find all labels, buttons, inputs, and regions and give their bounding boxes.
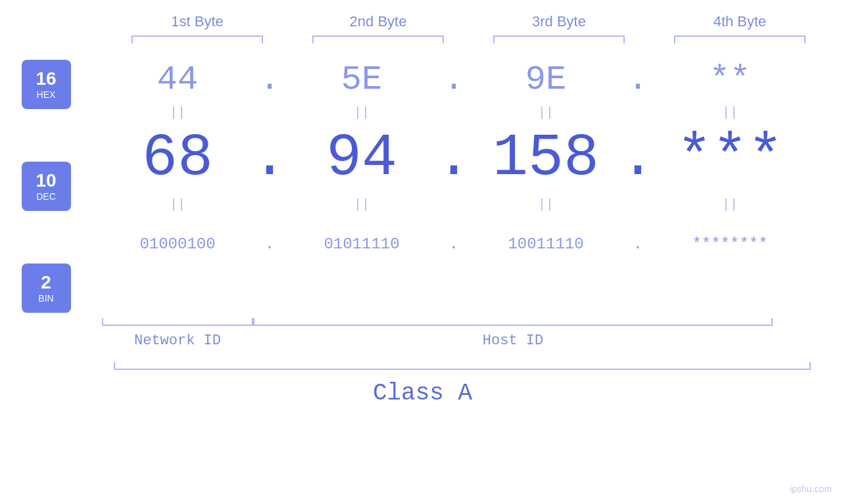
byte2-label: 2nd Byte [312, 13, 444, 30]
bracket-4 [674, 35, 806, 43]
dec-sep3: . [625, 125, 651, 192]
byte4-label: 4th Byte [674, 13, 806, 30]
dec-values-row: 68 . 94 . 158 . *** [92, 126, 815, 191]
main-container: 1st Byte 2nd Byte 3rd Byte 4th Byte 16 H… [0, 0, 845, 504]
dec-badge: 10 DEC [22, 162, 71, 211]
hex-badge: 16 HEX [22, 60, 71, 109]
dec-b3: 158 [480, 125, 612, 192]
class-label: Class A [373, 380, 472, 407]
bin-badge-number: 2 [41, 273, 51, 293]
class-label-container: Class A [0, 380, 845, 407]
hex-badge-label: HEX [37, 89, 56, 100]
eq2-b4: || [664, 197, 796, 212]
bin-badge: 2 BIN [22, 263, 71, 313]
network-id-label: Network ID [102, 332, 253, 349]
hex-badge-number: 16 [36, 69, 56, 89]
bracket-3 [493, 35, 625, 43]
host-bracket [253, 318, 773, 326]
bracket-1 [132, 35, 263, 43]
content-wrapper: 16 HEX 10 DEC 2 BIN 44 . [0, 47, 845, 313]
hex-b4: ** [664, 60, 796, 99]
eq2-b1: || [112, 197, 243, 212]
badges-column: 16 HEX 10 DEC 2 BIN [0, 47, 92, 313]
bin-b1: 01000100 [112, 235, 243, 253]
byte3-label: 3rd Byte [493, 13, 625, 30]
eq1-b1: || [112, 105, 243, 120]
bin-sep3: . [625, 235, 651, 253]
network-bracket [102, 318, 253, 326]
bracket-2 [312, 35, 444, 43]
eq2-b3: || [480, 197, 612, 212]
hex-b1: 44 [112, 60, 243, 99]
values-area: 44 . 5E . 9E . ** [92, 47, 845, 313]
eq1-b3: || [480, 105, 612, 120]
dec-sep1: . [256, 125, 283, 192]
dec-b2: 94 [296, 125, 427, 192]
bin-sep1: . [256, 235, 283, 253]
bin-values-row: 01000100 . 01011110 . 10011110 . [92, 224, 815, 263]
bin-b3: 10011110 [480, 235, 612, 253]
header-row: 1st Byte 2nd Byte 3rd Byte 4th Byte [107, 0, 831, 30]
hex-sep3: . [625, 60, 651, 99]
eq1-b2: || [296, 105, 427, 120]
equals-row-1: || || || || [92, 99, 815, 126]
dec-badge-label: DEC [36, 191, 56, 202]
host-id-label: Host ID [253, 332, 773, 349]
hex-values-row: 44 . 5E . 9E . ** [92, 60, 815, 99]
bin-sep2: . [441, 235, 467, 253]
dec-b4: *** [664, 125, 796, 192]
class-bracket [114, 362, 811, 370]
dec-badge-number: 10 [36, 171, 56, 191]
hex-b2: 5E [296, 60, 427, 99]
header-brackets [107, 35, 831, 43]
hex-sep1: . [256, 60, 283, 99]
watermark: ipshu.com [790, 484, 832, 494]
bin-b4: ******** [664, 235, 796, 253]
bin-b2: 01011110 [296, 235, 427, 253]
byte1-label: 1st Byte [132, 13, 263, 30]
dec-sep2: . [441, 125, 467, 192]
bin-badge-label: BIN [38, 293, 53, 304]
bottom-brackets-container [0, 318, 845, 326]
equals-row-2: || || || || [92, 191, 815, 218]
class-bracket-container [114, 362, 824, 370]
eq2-b2: || [296, 197, 427, 212]
dec-b1: 68 [112, 125, 243, 192]
hex-b3: 9E [480, 60, 612, 99]
bottom-labels: Network ID Host ID [0, 332, 845, 349]
hex-sep2: . [441, 60, 467, 99]
eq1-b4: || [664, 105, 796, 120]
